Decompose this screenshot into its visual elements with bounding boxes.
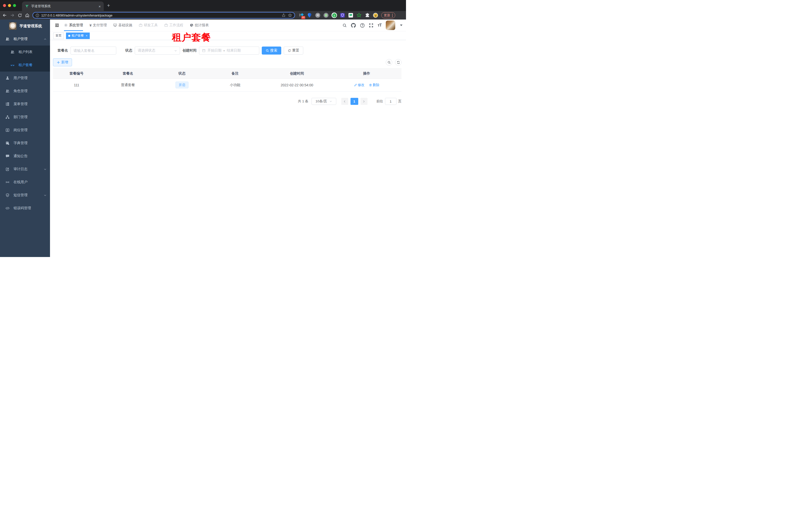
url-text[interactable]: 127.0.0.1:48080/admin-ui/system/tenant/p… (41, 13, 280, 17)
window-zoom-button[interactable] (13, 4, 16, 7)
extension-badge: 10 (301, 16, 305, 19)
top-nav-system[interactable]: 系统管理 (64, 20, 83, 31)
info-icon[interactable] (35, 13, 39, 17)
extension-shield-icon[interactable] (340, 12, 345, 18)
calendar-icon (202, 49, 205, 52)
extension-pin-icon[interactable] (307, 12, 312, 18)
extension-diamond-icon[interactable]: 10 (298, 12, 304, 18)
favicon-sprout-icon (25, 4, 29, 8)
chevron-up-icon (44, 38, 47, 40)
delete-link[interactable]: 删除 (369, 83, 379, 87)
code-icon (5, 206, 9, 210)
browser-menu-icon[interactable] (392, 14, 393, 17)
show-search-toggle-button[interactable] (386, 59, 392, 65)
main-content: 套餐名 状态 请选择状态 创建时间 开始日期 - 结束日期 搜索 重置 (50, 40, 406, 257)
chevron-down-icon (174, 49, 177, 52)
logo-rabbit-image (9, 22, 17, 30)
pie-icon (190, 23, 194, 27)
tag-close-icon[interactable]: × (86, 34, 87, 37)
extension-green-dot-icon[interactable] (323, 12, 329, 18)
top-nav-infra[interactable]: 基础设施 (113, 20, 132, 31)
prev-page-button[interactable] (341, 98, 348, 105)
extension-command-icon[interactable]: ⌘ (315, 12, 320, 18)
status-label: 状态 (125, 48, 132, 53)
status-select[interactable]: 请选择状态 (135, 47, 180, 55)
back-icon[interactable] (1, 13, 8, 18)
chevron-right-icon (362, 100, 365, 103)
tag-tenant-package[interactable]: 租户套餐 × (66, 32, 90, 39)
sidebar-item-role-management[interactable]: 角色管理 (0, 85, 50, 98)
search-button[interactable]: 搜索 (262, 47, 281, 55)
search-icon[interactable] (343, 23, 347, 28)
sidebar-item-tenant-package[interactable]: 租户套餐 (0, 59, 50, 72)
tab-close-icon[interactable]: × (98, 4, 101, 8)
bookmark-star-icon[interactable] (288, 13, 292, 17)
top-nav-workflow[interactable]: 工作流程 (164, 20, 183, 31)
sidebar-item-online-users[interactable]: 在线用户 (0, 176, 50, 189)
plus-icon (57, 61, 60, 64)
tag-home[interactable]: 首页 (53, 32, 64, 39)
date-range-picker[interactable]: 开始日期 - 结束日期 (199, 47, 259, 55)
top-nav-report[interactable]: 统计报表 (190, 20, 209, 31)
people-icon (10, 50, 14, 54)
home-icon[interactable] (24, 13, 31, 18)
add-button[interactable]: 新增 (53, 58, 72, 66)
new-tab-button[interactable]: + (107, 2, 110, 8)
app-logo[interactable]: 芋道管理系统 (0, 20, 50, 32)
user-avatar[interactable] (386, 21, 395, 30)
sidebar-item-dept-management[interactable]: 部门管理 (0, 111, 50, 124)
browser-tab[interactable]: 芋道管理系统 × (22, 1, 104, 11)
goto-page-input[interactable] (385, 98, 396, 105)
reset-button[interactable]: 重置 (284, 47, 303, 55)
window-close-button[interactable] (3, 4, 6, 7)
chevron-down-icon (44, 168, 47, 171)
page-size-select[interactable]: 10条/页 (312, 98, 336, 105)
sidebar-item-notice[interactable]: 通知公告 (0, 150, 50, 163)
current-page-button[interactable]: 1 (350, 98, 358, 105)
tree-list-icon (5, 102, 9, 106)
fullscreen-icon[interactable] (369, 23, 373, 28)
sidebar-item-dict-management[interactable]: 字典管理 (0, 137, 50, 150)
extension-star-icon[interactable] (356, 12, 362, 18)
sidebar-item-sms-management[interactable]: 短信管理 (0, 189, 50, 202)
sidebar-item-tenant-management[interactable]: 租户管理 (0, 32, 50, 46)
avatar-caret-down-icon[interactable] (400, 25, 403, 26)
refresh-table-button[interactable] (395, 59, 402, 65)
extension-y-icon[interactable]: y (331, 12, 337, 18)
edit-link[interactable]: 修改 (354, 83, 365, 87)
goto-label: 前往 (377, 99, 383, 104)
trash-icon (369, 84, 372, 87)
sidebar-item-post-management[interactable]: 岗位管理 (0, 124, 50, 137)
sidebar-item-audit-log[interactable]: 审计日志 (0, 163, 50, 176)
top-nav-payment[interactable]: ¥ 支付管理 (89, 20, 107, 31)
font-size-icon[interactable]: тT (377, 23, 381, 28)
browser-update-button[interactable]: 更新 (381, 12, 395, 18)
extension-emoji-icon[interactable] (373, 12, 378, 18)
share-icon[interactable] (282, 13, 286, 17)
tab-title: 芋道管理系统 (31, 4, 96, 8)
url-bar[interactable]: 127.0.0.1:48080/admin-ui/system/tenant/p… (32, 12, 295, 19)
extension-puzzle-icon[interactable] (365, 12, 370, 18)
package-name-input[interactable] (74, 49, 113, 53)
top-nav-devtools[interactable]: 研发工具 (139, 20, 158, 31)
sidebar-submenu-tenant: 租户列表 租户套餐 (0, 46, 50, 72)
people-icon (5, 37, 9, 41)
sidebar-item-error-code[interactable]: 错误码管理 (0, 202, 50, 215)
sidebar-collapse-icon[interactable] (50, 20, 64, 31)
reload-icon[interactable] (16, 13, 24, 18)
sidebar-item-user-management[interactable]: 用户管理 (0, 72, 50, 85)
pagination: 共 1 条 10条/页 1 前往 页 (50, 98, 402, 105)
search-icon (387, 61, 391, 64)
forward-icon[interactable] (8, 13, 16, 18)
help-icon[interactable] (360, 23, 365, 28)
book-gear-icon (5, 141, 9, 145)
cell-remark: 小功能 (208, 79, 262, 91)
sidebar-item-menu-management[interactable]: 菜单管理 (0, 98, 50, 111)
window-minimize-button[interactable] (8, 4, 11, 7)
github-icon[interactable] (351, 23, 356, 28)
next-page-button[interactable] (360, 98, 368, 105)
package-name-label: 套餐名 (58, 48, 68, 53)
sidebar-item-tenant-list[interactable]: 租户列表 (0, 46, 50, 59)
cell-actions: 修改 删除 (332, 79, 402, 91)
extension-chat-icon[interactable] (348, 12, 353, 18)
